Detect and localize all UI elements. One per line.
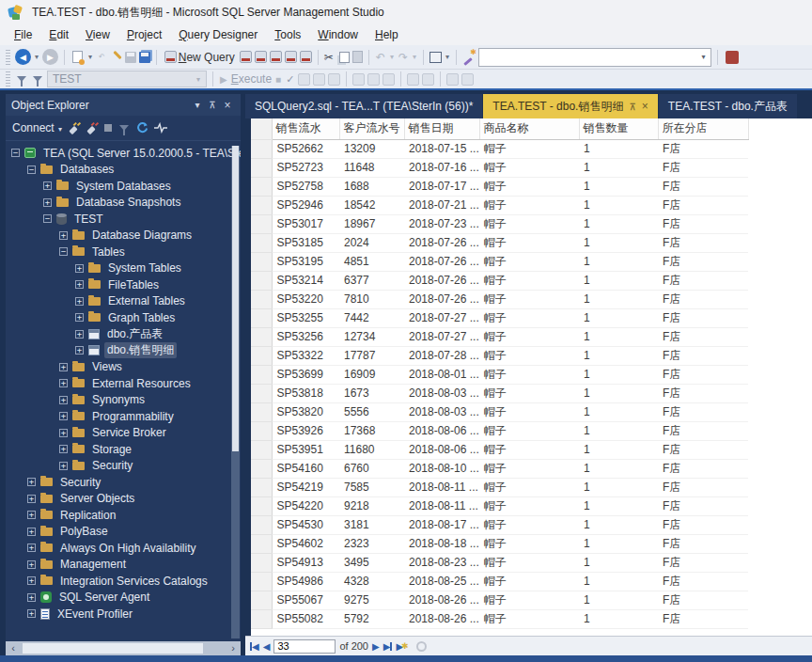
row-selector[interactable] [251, 327, 272, 346]
grid-cell[interactable]: SP53951 [272, 440, 339, 459]
column-header[interactable]: 客户流水号 [339, 118, 404, 139]
column-header[interactable]: 商品名称 [479, 118, 579, 139]
grid-cell[interactable]: F店 [658, 308, 748, 327]
grid-cell[interactable]: 2018-07-27 ... [404, 308, 479, 327]
grid-cell[interactable]: 3181 [339, 515, 404, 534]
grid-cell[interactable]: SP53820 [272, 402, 339, 421]
grid-cell[interactable]: 帽子 [479, 402, 579, 421]
expand-icon[interactable]: + [75, 264, 84, 273]
grid-cell[interactable]: 2018-08-18 ... [404, 534, 479, 553]
tree-item[interactable]: −TEA (SQL Server 15.0.2000.5 - TEA\SterI… [6, 145, 229, 162]
grid-cell[interactable]: 5556 [339, 402, 404, 421]
grid-cell[interactable]: 9275 [339, 591, 404, 609]
column-header[interactable]: 销售数量 [579, 118, 658, 139]
grid-cell[interactable]: 11648 [339, 158, 404, 177]
grid-cell[interactable]: 5792 [339, 609, 404, 628]
grid-cell[interactable]: 1 [579, 534, 658, 553]
grid-cell[interactable]: SP53322 [272, 346, 339, 365]
tree-item[interactable]: +Views [6, 359, 229, 376]
grid-cell[interactable]: SP52662 [272, 139, 339, 158]
grid-cell[interactable]: 帽子 [479, 271, 579, 290]
tree-item[interactable]: −Databases [6, 162, 229, 179]
tree-item[interactable]: −TEST [6, 211, 229, 228]
grid-cell[interactable]: 帽子 [479, 177, 579, 196]
tab-sales-detail[interactable]: TEA.TEST - dbo.销售明细 ⊼ × [483, 94, 658, 118]
grid-cell[interactable]: 1 [579, 196, 658, 214]
grid-cell[interactable]: 帽子 [479, 346, 579, 365]
window-position-icon[interactable]: ▾ [190, 100, 205, 110]
save-all-icon[interactable] [139, 52, 150, 63]
expand-icon[interactable]: + [75, 346, 84, 355]
tree-item[interactable]: +System Tables [6, 260, 229, 277]
grid-cell[interactable]: 2018-08-10 ... [404, 459, 479, 478]
grid-cell[interactable]: 2024 [339, 233, 404, 252]
tree-item[interactable]: +Service Broker [6, 425, 229, 442]
grid-cell[interactable]: 2018-08-26 ... [404, 609, 479, 628]
grid-cell[interactable]: F店 [658, 572, 748, 591]
grid-cell[interactable]: 1 [579, 609, 658, 628]
grid-cell[interactable]: 帽子 [479, 233, 579, 252]
grid-cell[interactable]: 帽子 [479, 553, 579, 572]
grid-cell[interactable]: 1 [579, 421, 658, 440]
scrollbar-thumb[interactable] [232, 146, 239, 451]
grid-cell[interactable]: 2018-07-23 ... [404, 214, 479, 233]
activity-monitor-icon[interactable] [154, 122, 167, 134]
grid-cell[interactable]: F店 [658, 421, 748, 440]
row-selector[interactable] [251, 459, 272, 478]
tree-item[interactable]: −Tables [6, 244, 229, 260]
grid-cell[interactable]: 帽子 [479, 572, 579, 591]
grid-cell[interactable]: F店 [658, 214, 748, 233]
expand-icon[interactable]: + [27, 511, 36, 519]
grid-cell[interactable]: 帽子 [479, 515, 579, 534]
grid-cell[interactable]: SP54530 [272, 515, 339, 534]
expand-icon[interactable]: + [59, 396, 68, 404]
database-engine-query-icon[interactable] [240, 51, 252, 63]
connect-button[interactable]: Connect ▾ [12, 121, 63, 134]
grid-cell[interactable]: 帽子 [479, 290, 579, 308]
grid-cell[interactable]: 1 [579, 271, 658, 290]
grid-cell[interactable]: 帽子 [479, 139, 579, 158]
new-item-button[interactable] [70, 49, 85, 65]
row-selector[interactable] [251, 196, 272, 214]
expand-icon[interactable]: + [27, 593, 36, 602]
grid-cell[interactable]: SP53017 [272, 214, 339, 233]
new-item-dropdown-icon[interactable]: ▾ [87, 53, 93, 61]
disconnect-plug-icon[interactable] [86, 122, 99, 134]
grid-cell[interactable]: 帽子 [479, 421, 579, 440]
grid-cell[interactable]: 2018-08-25 ... [404, 572, 479, 591]
grid-cell[interactable]: 1 [579, 496, 658, 515]
grid-cell[interactable]: 1688 [339, 177, 404, 196]
grid-cell[interactable]: 2018-08-03 ... [404, 384, 479, 402]
tree-item[interactable]: +PolyBase [6, 524, 229, 541]
grid-cell[interactable]: 6377 [339, 271, 404, 290]
grid-cell[interactable]: SP53699 [272, 365, 339, 384]
grid-cell[interactable]: 18967 [339, 214, 404, 233]
grid-cell[interactable]: 1 [579, 365, 658, 384]
search-combobox[interactable]: ▾ [478, 48, 711, 67]
menu-edit[interactable]: Edit [40, 26, 77, 43]
grid-cell[interactable]: 2018-08-06 ... [404, 421, 479, 440]
grid-cell[interactable]: 2018-07-17 ... [404, 177, 479, 196]
grid-cell[interactable]: SP53214 [272, 271, 339, 290]
tree-item[interactable]: +Security [6, 458, 229, 475]
tree-item[interactable]: +Graph Tables [6, 309, 229, 326]
row-selector[interactable] [251, 346, 272, 365]
grid-cell[interactable]: 帽子 [479, 609, 579, 628]
grid-cell[interactable]: SP54220 [272, 496, 339, 515]
menu-window[interactable]: Window [309, 26, 367, 43]
grid-cell[interactable]: 2018-08-01 ... [404, 365, 479, 384]
grid-cell[interactable]: 帽子 [479, 214, 579, 233]
grid-cell[interactable]: 1 [579, 214, 658, 233]
grid-cell[interactable]: F店 [658, 534, 748, 553]
grid-cell[interactable]: 2018-07-26 ... [404, 271, 479, 290]
expand-icon[interactable]: + [27, 544, 36, 552]
row-selector[interactable] [251, 158, 272, 177]
grid-cell[interactable]: 2018-07-21 ... [404, 196, 479, 214]
grid-cell[interactable]: 2018-07-28 ... [404, 346, 479, 365]
navigate-back-icon[interactable]: ◀ [15, 49, 31, 65]
grid-cell[interactable]: 1 [579, 384, 658, 402]
toolbar-grip[interactable] [6, 71, 10, 87]
grid-cell[interactable]: SP54986 [272, 572, 339, 591]
close-icon[interactable]: × [642, 100, 648, 113]
grid-cell[interactable]: F店 [658, 177, 748, 196]
